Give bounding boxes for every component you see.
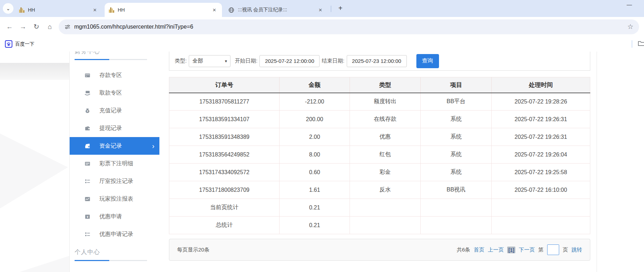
tab-search-button[interactable]: ⌄ [3,3,13,14]
first-page-link[interactable]: 首页 [474,247,484,253]
cell-order-no: 1753174334092572 [169,164,280,181]
close-icon[interactable]: ✕ [92,7,98,13]
bookmarks-divider [632,40,632,48]
start-date-input[interactable] [259,55,320,67]
cell-project: 系统 [421,164,492,181]
table-row: 1753183591348389 2.00 优惠 系统 2025-07-22 1… [169,128,590,146]
background-triangle [19,256,70,272]
sidebar-item-promo-apply[interactable]: ¥ 优惠申请 [70,208,159,225]
tab-hh-1[interactable]: HH ✕ [15,3,103,17]
sidebar-item-withdrawal-records[interactable]: 提现记录 [70,119,159,137]
close-icon[interactable]: ✕ [317,7,324,13]
jump-button[interactable]: 跳转 [572,247,582,253]
sidebar-item-deposit-zone[interactable]: 存款专区 [70,66,159,84]
cell-label: 总统计 [169,217,280,234]
next-page-link[interactable]: 下一页 [519,247,535,253]
cell-label: 当前页统计 [169,199,280,217]
site-favicon-gold-icon [109,7,114,13]
pagination-bar: 每页显示20条 共6条 首页 上一页 [1] 下一页 第 页 跳转 [169,239,590,261]
cell-order-no: 1753183564249852 [169,146,280,164]
jump-prefix-label: 第 [538,247,544,253]
forward-button[interactable]: → [16,20,30,34]
end-date-input[interactable] [347,55,407,67]
back-button[interactable]: ← [3,20,16,34]
jump-page-input[interactable] [547,244,559,255]
sidebar-item-label: 优惠申请记录 [99,231,133,238]
site-settings-icon[interactable] [64,24,71,30]
web-page: 财务中心 存款专区 取款专区 [0,52,644,272]
funds-wallet-icon [84,143,92,149]
tab-hh-2-active[interactable]: HH ✕ [105,3,222,17]
table-row-page-total: 当前页统计 0.21 [169,199,590,217]
sidebar-item-recharge-records[interactable]: ¥ 充值记录 [70,102,159,119]
search-button[interactable]: 查询 [416,54,439,68]
sidebar-item-funds-records[interactable]: 资金记录 › [70,137,159,155]
list-icon [84,161,92,167]
cell-type: 额度转出 [350,93,420,111]
withdraw-hand-icon [84,90,92,96]
cell-type: 优惠 [350,128,420,146]
baidu-favicon [5,40,12,48]
globe-icon [228,7,234,13]
sidebar-item-player-bet-report[interactable]: 玩家投注报表 [70,190,159,208]
current-page-badge: [1] [507,247,515,253]
type-select[interactable]: 全部 ▾ [189,55,230,67]
prev-page-link[interactable]: 上一页 [488,247,504,253]
bookmark-baidu[interactable]: 百度一下 [15,41,34,47]
wallet-icon [84,125,92,131]
all-bookmarks-folder-icon[interactable] [638,40,644,48]
total-count: 共6条 [457,247,470,253]
sidebar-item-label: 充值记录 [99,107,122,114]
section-underline [75,59,147,60]
url-text: mgm1065.com/hhcp/usercenter.html?iniType… [74,24,193,30]
new-tab-button[interactable]: + [335,3,346,13]
sidebar-item-label: 彩票下注明细 [99,160,133,167]
browser-window: ⌄ HH ✕ HH ✕ :::视讯 会员下注纪录::: ✕ + — ← → ↻ … [0,0,644,272]
tab-title: HH [118,7,207,13]
col-order-no: 订单号 [169,77,280,93]
address-bar[interactable]: mgm1065.com/hhcp/usercenter.html?iniType… [59,19,639,34]
sidebar-item-label: 存款专区 [99,72,122,79]
sidebar-item-room-bet-records[interactable]: 厅室投注记录 [70,172,159,190]
cell-process-time: 2025-07-22 16:10:00 [492,181,590,199]
per-page-label: 每页显示20条 [177,247,210,253]
chevron-down-icon: ▾ [225,59,227,64]
sidebar-item-label: 资金记录 [99,142,122,150]
reload-button[interactable]: ↻ [30,20,43,34]
sidebar-item-label: 厅室投注记录 [99,178,133,185]
close-icon[interactable]: ✕ [211,7,218,13]
cell-project: 系统 [421,111,492,128]
sidebar-item-label: 取款专区 [99,89,122,97]
cell-order-no: 1753183591348389 [169,128,280,146]
cell-order-no: 1753183591334107 [169,111,280,128]
chevron-right-icon: › [152,142,154,149]
tab-video-records[interactable]: :::视讯 会员下注纪录::: ✕ [224,3,328,17]
cell-project: BB视讯 [421,181,492,199]
end-date-label: 结束日期: [322,58,344,64]
window-minimize-button[interactable]: — [627,1,632,7]
sidebar-item-promo-apply-records[interactable]: 优惠申请记录 [70,225,159,243]
tab-divider [331,6,331,12]
cell-order-no: 1753183705811277 [169,93,280,111]
col-project: 项目 [421,77,492,93]
chevron-down-icon: ⌄ [6,6,10,11]
table-row: 1753183564249852 8.00 红包 系统 2025-07-22 1… [169,146,590,164]
cell-process-time: 2025-07-22 19:25:58 [492,164,590,181]
home-button[interactable]: ⌂ [43,20,57,34]
sidebar-item-lottery-bet-details[interactable]: 彩票下注明细 [70,155,159,172]
grid-list-icon [84,231,92,237]
col-type: 类型 [350,77,420,93]
money-bag-icon: ¥ [84,108,92,114]
coupon-icon: ¥ [84,214,92,220]
sidebar: 财务中心 存款专区 取款专区 [70,52,159,272]
site-container: 财务中心 存款专区 取款专区 [69,52,597,272]
bookmarks-bar: 百度一下 [0,36,644,52]
cell-amount: 0.21 [280,217,350,234]
table-row-grand-total: 总统计 0.21 [169,217,590,234]
sidebar-item-withdraw-zone[interactable]: 取款专区 [70,84,159,102]
cell-type: 反水 [350,181,420,199]
sidebar-section-finance: 财务中心 [75,52,100,55]
bookmark-star-icon[interactable]: ☆ [627,23,633,31]
sidebar-item-label: 提现记录 [99,125,122,132]
sidebar-section-personal: 个人中心 [75,248,100,256]
